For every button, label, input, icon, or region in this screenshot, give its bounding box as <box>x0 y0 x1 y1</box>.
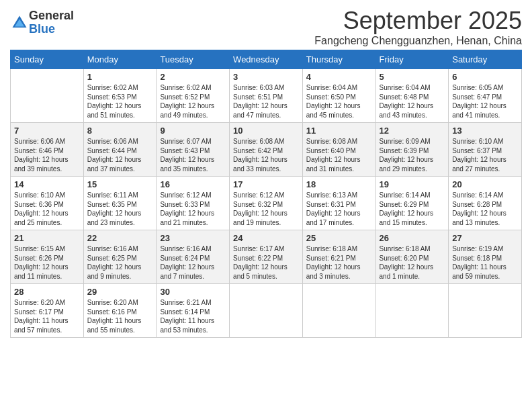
header-row: SundayMondayTuesdayWednesdayThursdayFrid… <box>11 50 522 69</box>
day-number: 16 <box>160 179 226 189</box>
day-cell: 7Sunrise: 6:06 AMSunset: 6:46 PMDaylight… <box>11 123 84 177</box>
day-cell: 23Sunrise: 6:16 AMSunset: 6:24 PMDayligh… <box>157 230 230 284</box>
day-cell: 13Sunrise: 6:10 AMSunset: 6:37 PMDayligh… <box>449 123 522 177</box>
day-cell: 5Sunrise: 6:04 AMSunset: 6:48 PMDaylight… <box>375 69 449 123</box>
cell-info: Sunrise: 6:21 AMSunset: 6:14 PMDaylight:… <box>160 298 226 334</box>
day-cell: 16Sunrise: 6:12 AMSunset: 6:33 PMDayligh… <box>157 177 230 230</box>
day-cell <box>230 284 303 338</box>
location: Fangcheng Chengguanzhen, Henan, China <box>314 35 522 47</box>
week-row-2: 7Sunrise: 6:06 AMSunset: 6:46 PMDaylight… <box>11 123 522 177</box>
calendar-table: SundayMondayTuesdayWednesdayThursdayFrid… <box>10 50 522 338</box>
cell-info: Sunrise: 6:09 AMSunset: 6:39 PMDaylight:… <box>380 137 445 173</box>
day-cell: 2Sunrise: 6:02 AMSunset: 6:52 PMDaylight… <box>157 69 230 123</box>
cell-info: Sunrise: 6:12 AMSunset: 6:33 PMDaylight:… <box>160 191 226 227</box>
cell-info: Sunrise: 6:14 AMSunset: 6:28 PMDaylight:… <box>452 191 518 227</box>
page-container: General Blue September 2025 Fangcheng Ch… <box>0 0 532 345</box>
day-number: 4 <box>306 72 372 82</box>
title-block: September 2025 Fangcheng Chengguanzhen, … <box>314 7 522 47</box>
day-cell: 21Sunrise: 6:15 AMSunset: 6:26 PMDayligh… <box>11 230 84 284</box>
day-cell: 11Sunrise: 6:08 AMSunset: 6:40 PMDayligh… <box>302 123 375 177</box>
cell-info: Sunrise: 6:11 AMSunset: 6:35 PMDaylight:… <box>87 191 153 227</box>
cell-info: Sunrise: 6:13 AMSunset: 6:31 PMDaylight:… <box>306 191 372 227</box>
cell-info: Sunrise: 6:10 AMSunset: 6:36 PMDaylight:… <box>14 191 80 227</box>
day-cell: 1Sunrise: 6:02 AMSunset: 6:53 PMDaylight… <box>83 69 157 123</box>
cell-info: Sunrise: 6:19 AMSunset: 6:18 PMDaylight:… <box>452 244 518 281</box>
cell-info: Sunrise: 6:18 AMSunset: 6:20 PMDaylight:… <box>380 244 445 281</box>
cell-info: Sunrise: 6:06 AMSunset: 6:46 PMDaylight:… <box>14 137 80 173</box>
logo-general: General <box>29 9 74 23</box>
cell-info: Sunrise: 6:08 AMSunset: 6:42 PMDaylight:… <box>233 137 299 173</box>
day-cell: 28Sunrise: 6:20 AMSunset: 6:17 PMDayligh… <box>11 284 84 338</box>
day-cell: 15Sunrise: 6:11 AMSunset: 6:35 PMDayligh… <box>83 177 157 230</box>
column-header-wednesday: Wednesday <box>230 50 303 69</box>
cell-info: Sunrise: 6:20 AMSunset: 6:17 PMDaylight:… <box>14 298 80 334</box>
column-header-sunday: Sunday <box>11 50 84 69</box>
cell-info: Sunrise: 6:12 AMSunset: 6:32 PMDaylight:… <box>233 191 299 227</box>
day-number: 18 <box>306 179 372 189</box>
day-cell: 8Sunrise: 6:06 AMSunset: 6:44 PMDaylight… <box>83 123 157 177</box>
column-header-saturday: Saturday <box>449 50 522 69</box>
day-cell: 10Sunrise: 6:08 AMSunset: 6:42 PMDayligh… <box>230 123 303 177</box>
cell-info: Sunrise: 6:14 AMSunset: 6:29 PMDaylight:… <box>380 191 445 227</box>
day-number: 13 <box>452 126 518 136</box>
day-cell: 30Sunrise: 6:21 AMSunset: 6:14 PMDayligh… <box>157 284 230 338</box>
column-header-monday: Monday <box>83 50 157 69</box>
day-cell: 12Sunrise: 6:09 AMSunset: 6:39 PMDayligh… <box>375 123 449 177</box>
cell-info: Sunrise: 6:06 AMSunset: 6:44 PMDaylight:… <box>87 137 153 173</box>
cell-info: Sunrise: 6:04 AMSunset: 6:48 PMDaylight:… <box>380 83 445 120</box>
cell-info: Sunrise: 6:03 AMSunset: 6:51 PMDaylight:… <box>233 83 299 120</box>
day-number: 22 <box>87 233 153 243</box>
day-number: 5 <box>380 72 445 82</box>
day-number: 8 <box>87 126 153 136</box>
cell-info: Sunrise: 6:20 AMSunset: 6:16 PMDaylight:… <box>87 298 153 334</box>
cell-info: Sunrise: 6:04 AMSunset: 6:50 PMDaylight:… <box>306 83 372 120</box>
day-cell: 29Sunrise: 6:20 AMSunset: 6:16 PMDayligh… <box>83 284 157 338</box>
day-cell: 24Sunrise: 6:17 AMSunset: 6:22 PMDayligh… <box>230 230 303 284</box>
day-number: 9 <box>160 126 226 136</box>
day-cell: 18Sunrise: 6:13 AMSunset: 6:31 PMDayligh… <box>302 177 375 230</box>
day-number: 1 <box>87 72 153 82</box>
day-number: 11 <box>306 126 372 136</box>
cell-info: Sunrise: 6:02 AMSunset: 6:52 PMDaylight:… <box>160 83 226 120</box>
day-number: 23 <box>160 233 226 243</box>
day-number: 20 <box>452 179 518 189</box>
day-number: 6 <box>452 72 518 82</box>
column-header-thursday: Thursday <box>302 50 375 69</box>
cell-info: Sunrise: 6:18 AMSunset: 6:21 PMDaylight:… <box>306 244 372 281</box>
day-cell: 6Sunrise: 6:05 AMSunset: 6:47 PMDaylight… <box>449 69 522 123</box>
day-number: 28 <box>14 287 80 297</box>
cell-info: Sunrise: 6:15 AMSunset: 6:26 PMDaylight:… <box>14 244 80 281</box>
day-number: 25 <box>306 233 372 243</box>
day-number: 15 <box>87 179 153 189</box>
day-cell: 22Sunrise: 6:16 AMSunset: 6:25 PMDayligh… <box>83 230 157 284</box>
cell-info: Sunrise: 6:05 AMSunset: 6:47 PMDaylight:… <box>452 83 518 120</box>
logo: General Blue <box>10 9 74 36</box>
day-number: 21 <box>14 233 80 243</box>
week-row-4: 21Sunrise: 6:15 AMSunset: 6:26 PMDayligh… <box>11 230 522 284</box>
day-number: 24 <box>233 233 299 243</box>
day-cell <box>375 284 449 338</box>
day-cell: 3Sunrise: 6:03 AMSunset: 6:51 PMDaylight… <box>230 69 303 123</box>
day-cell <box>449 284 522 338</box>
week-row-5: 28Sunrise: 6:20 AMSunset: 6:17 PMDayligh… <box>11 284 522 338</box>
day-number: 26 <box>380 233 445 243</box>
day-cell: 25Sunrise: 6:18 AMSunset: 6:21 PMDayligh… <box>302 230 375 284</box>
header: General Blue September 2025 Fangcheng Ch… <box>10 7 522 47</box>
day-number: 3 <box>233 72 299 82</box>
cell-info: Sunrise: 6:07 AMSunset: 6:43 PMDaylight:… <box>160 137 226 173</box>
day-cell <box>11 69 84 123</box>
day-number: 12 <box>380 126 445 136</box>
week-row-3: 14Sunrise: 6:10 AMSunset: 6:36 PMDayligh… <box>11 177 522 230</box>
cell-info: Sunrise: 6:16 AMSunset: 6:24 PMDaylight:… <box>160 244 226 281</box>
day-cell: 27Sunrise: 6:19 AMSunset: 6:18 PMDayligh… <box>449 230 522 284</box>
logo-blue: Blue <box>29 23 74 36</box>
day-number: 17 <box>233 179 299 189</box>
day-cell: 17Sunrise: 6:12 AMSunset: 6:32 PMDayligh… <box>230 177 303 230</box>
day-cell: 4Sunrise: 6:04 AMSunset: 6:50 PMDaylight… <box>302 69 375 123</box>
day-number: 10 <box>233 126 299 136</box>
day-cell: 19Sunrise: 6:14 AMSunset: 6:29 PMDayligh… <box>375 177 449 230</box>
cell-info: Sunrise: 6:17 AMSunset: 6:22 PMDaylight:… <box>233 244 299 281</box>
day-number: 30 <box>160 287 226 297</box>
day-cell: 26Sunrise: 6:18 AMSunset: 6:20 PMDayligh… <box>375 230 449 284</box>
cell-info: Sunrise: 6:16 AMSunset: 6:25 PMDaylight:… <box>87 244 153 281</box>
